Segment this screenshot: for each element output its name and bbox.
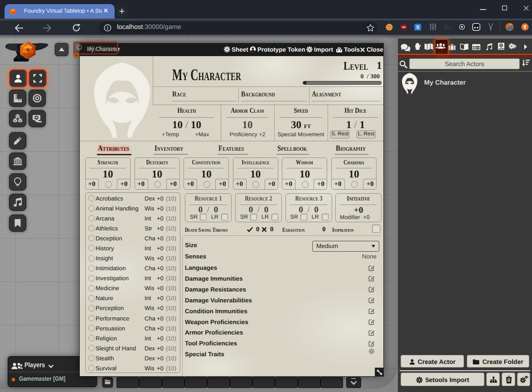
svg-text:S: S xyxy=(416,25,419,30)
svg-text:UO: UO xyxy=(402,26,406,29)
svg-text:D: D xyxy=(444,24,449,31)
